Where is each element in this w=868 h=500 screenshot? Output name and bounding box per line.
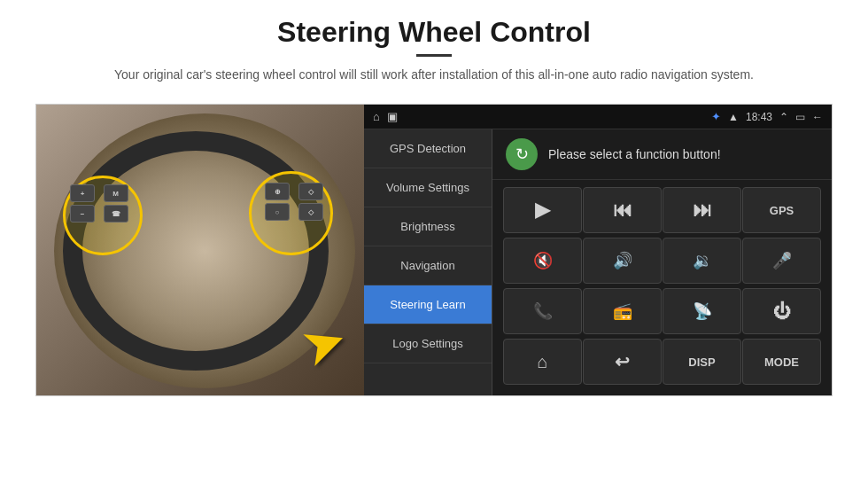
prev-icon: ⏮ — [613, 199, 632, 222]
fn-btn-mode[interactable]: MODE — [742, 339, 821, 385]
fn-btn-vol-up[interactable]: 🔊 — [583, 238, 662, 284]
fn-btn-mute[interactable]: 🔇 — [503, 238, 582, 284]
right-panel: ⌂ ▣ ✦ ▲ 18:43 ⌃ ▭ ← GPS Detection — [364, 105, 832, 395]
menu-item-gps-detection[interactable]: GPS Detection — [364, 129, 492, 168]
sw-btn-minus: − — [70, 205, 95, 223]
back-icon[interactable]: ← — [812, 111, 823, 123]
btn-group-left: + M − ☎ — [70, 184, 134, 223]
refresh-icon: ↻ — [515, 145, 529, 164]
signal-icon: ▲ — [728, 111, 739, 123]
menu-sidebar: GPS Detection Volume Settings Brightness… — [364, 129, 492, 395]
radio2-icon: 📡 — [693, 301, 712, 321]
radio-tune-icon: 📻 — [613, 301, 632, 321]
subtitle: Your original car's steering wheel contr… — [89, 66, 779, 84]
function-header: ↻ Please select a function button! — [492, 129, 832, 180]
expand-icon: ⌃ — [779, 111, 788, 123]
sw-btn-call: ☎ — [104, 205, 128, 223]
arrow-indicator: ➤ — [294, 311, 354, 376]
disp-label: DISP — [688, 355, 715, 369]
fn-btn-gps[interactable]: GPS — [742, 187, 821, 233]
fn-btn-home[interactable]: ⌂ — [503, 339, 582, 385]
gps-label: GPS — [770, 204, 794, 217]
mic-icon: 🎤 — [772, 251, 792, 270]
header-text: Please select a function button! — [548, 147, 721, 161]
window-icon[interactable]: ▭ — [795, 111, 805, 123]
menu-item-brightness[interactable]: Brightness — [364, 207, 492, 246]
vol-down-icon: 🔉 — [693, 251, 712, 270]
clock: 18:43 — [746, 111, 772, 123]
steering-wheel-photo: + M − ☎ ⊕ ◇ ○ ◇ ➤ — [36, 105, 364, 396]
page-wrapper: Steering Wheel Control Your original car… — [0, 0, 868, 500]
sw-btn-r1: ⊕ — [265, 183, 290, 200]
sw-btn-mode: M — [104, 184, 128, 202]
fn-btn-radio2[interactable]: 📡 — [663, 288, 741, 334]
sw-btn-r2: ◇ — [298, 183, 323, 200]
image-icon[interactable]: ▣ — [387, 110, 398, 123]
button-grid: ▶ ⏮ ⏭ GPS 🔇 — [492, 180, 832, 395]
fn-btn-disp[interactable]: DISP — [663, 339, 741, 385]
fn-btn-next[interactable]: ⏭ — [663, 187, 741, 233]
content-area: + M − ☎ ⊕ ◇ ○ ◇ ➤ ⌂ ▣ — [35, 104, 833, 396]
menu-item-volume-settings[interactable]: Volume Settings — [364, 168, 492, 207]
vol-up-icon: 🔊 — [613, 251, 632, 270]
status-bar: ⌂ ▣ ✦ ▲ 18:43 ⌃ ▭ ← — [364, 105, 832, 129]
phone-icon: 📞 — [533, 301, 553, 321]
sw-btn-plus: + — [70, 184, 95, 202]
title-section: Steering Wheel Control Your original car… — [35, 16, 833, 84]
fn-btn-mic[interactable]: 🎤 — [742, 238, 821, 284]
fn-btn-phone[interactable]: 📞 — [503, 288, 582, 334]
sw-btn-r4: ◇ — [298, 203, 323, 221]
sw-btn-r3: ○ — [265, 203, 290, 221]
power-icon: ⏻ — [773, 301, 791, 322]
menu-item-steering-learn[interactable]: Steering Learn — [364, 285, 492, 324]
home-icon[interactable]: ⌂ — [373, 110, 380, 123]
home-fn-icon: ⌂ — [537, 352, 547, 372]
function-panel: ↻ Please select a function button! ▶ ⏮ — [492, 129, 832, 395]
status-bar-left: ⌂ ▣ — [373, 110, 398, 123]
fn-btn-back[interactable]: ↩ — [583, 339, 662, 385]
fn-btn-play[interactable]: ▶ — [503, 187, 582, 233]
mute-icon: 🔇 — [533, 251, 553, 270]
status-bar-right: ✦ ▲ 18:43 ⌃ ▭ ← — [711, 110, 823, 123]
page-title: Steering Wheel Control — [35, 16, 833, 49]
main-content: GPS Detection Volume Settings Brightness… — [364, 129, 832, 395]
back-fn-icon: ↩ — [615, 351, 630, 372]
title-divider — [416, 54, 452, 57]
fn-btn-vol-down[interactable]: 🔉 — [663, 238, 741, 284]
bluetooth-icon: ✦ — [711, 110, 721, 123]
menu-item-logo-settings[interactable]: Logo Settings — [364, 324, 492, 363]
fn-btn-power[interactable]: ⏻ — [742, 288, 821, 334]
fn-btn-radio-tune[interactable]: 📻 — [583, 288, 662, 334]
menu-item-navigation[interactable]: Navigation — [364, 246, 492, 285]
fn-btn-prev[interactable]: ⏮ — [583, 187, 662, 233]
play-icon: ▶ — [535, 199, 550, 222]
mode-label: MODE — [764, 355, 799, 369]
next-icon: ⏭ — [693, 199, 712, 222]
refresh-button[interactable]: ↻ — [506, 138, 538, 170]
btn-group-right: ⊕ ◇ ○ ◇ — [265, 183, 329, 221]
